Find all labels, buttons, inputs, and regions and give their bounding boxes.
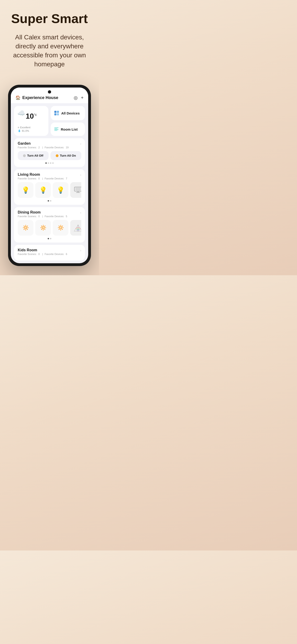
dining-room-name: Dining Room: [18, 210, 68, 214]
phone-screen: 🏠 Experience House ◎ + ☁️ 10°c: [11, 88, 88, 263]
kids-room-info: Kids Room Favorite Scenes: 0 | Favorite …: [18, 248, 68, 256]
svg-rect-0: [74, 187, 81, 191]
all-devices-card[interactable]: All Devices: [51, 106, 85, 120]
living-room-dots: [18, 200, 81, 202]
dr-dot-2: [50, 238, 51, 239]
garden-room-info: Garden Favorite Scenes: 2 | Favorite Dev…: [18, 142, 70, 149]
garden-chevron: ›: [80, 142, 81, 146]
turn-all-off-label: Turn All Off: [27, 154, 43, 157]
living-room-chevron: ›: [80, 173, 81, 177]
weather-info: ≡ Excellent 💧 81.0%: [18, 126, 45, 132]
dr-dot-1: [48, 238, 49, 239]
weather-quality: ≡ Excellent: [18, 126, 45, 129]
living-room-devices: 💡 💡 💡: [18, 182, 81, 198]
home-icon: 🏠: [16, 95, 20, 100]
kids-room-name: Kids Room: [18, 248, 68, 252]
svg-point-10: [77, 230, 79, 232]
dining-rainbow[interactable]: [70, 220, 81, 236]
kids-room-header: Kids Room Favorite Scenes: 0 | Favorite …: [18, 248, 81, 256]
hero-subtitle: All Calex smart devices, directly and ev…: [7, 33, 92, 69]
garden-room-meta: Favorite Scenes: 2 | Favorite Devices: 1…: [18, 146, 70, 149]
dot-2: [48, 162, 49, 164]
weather-card: ☁️ 10°c ≡ Excellent 💧 81.0%: [14, 106, 48, 136]
room-list-label: Room List: [61, 127, 78, 131]
lr-dot-2: [50, 200, 51, 202]
dining-room-dots: [18, 238, 81, 239]
camera-dot: [48, 90, 51, 94]
app-header: 🏠 Experience House ◎ +: [11, 92, 88, 103]
garden-dots: [18, 162, 81, 164]
turn-all-on-button[interactable]: Turn All On: [50, 151, 81, 160]
off-indicator: [23, 154, 26, 157]
dot-4: [52, 162, 54, 164]
scan-icon[interactable]: ◎: [74, 95, 78, 100]
dining-lamp-1[interactable]: 🔆: [18, 220, 34, 236]
living-room-name: Living Room: [18, 172, 68, 177]
living-room-meta: Favorite Scenes: 0 | Favorite Devices: 7: [18, 177, 68, 180]
dining-room-devices: 🔆 🔆 🔆: [18, 220, 81, 236]
turn-all-off-button[interactable]: Turn All Off: [18, 151, 48, 160]
dining-lamp-2[interactable]: 🔆: [35, 220, 51, 236]
dot-3: [50, 162, 51, 164]
lr-dot-1: [48, 200, 49, 202]
kids-room-meta: Favorite Scenes: 0 | Favorite Devices: 6: [18, 253, 68, 256]
device-lamp-3[interactable]: 💡: [53, 182, 68, 198]
main-content: ☁️ 10°c ≡ Excellent 💧 81.0%: [11, 103, 88, 263]
all-devices-icon: [54, 111, 59, 116]
garden-room-header: Garden Favorite Scenes: 2 | Favorite Dev…: [18, 142, 81, 149]
app-title: Experience House: [22, 95, 72, 100]
phone-frame: 🏠 Experience House ◎ + ☁️ 10°c: [8, 85, 91, 266]
dining-room-header: Dining Room Favorite Scenes: 0 | Favorit…: [18, 210, 81, 218]
dining-room-meta: Favorite Scenes: 0 | Favorite Devices: 5: [18, 215, 68, 218]
garden-turn-buttons: Turn All Off Turn All On: [18, 151, 81, 160]
hero-section: Super Smart All Calex smart devices, dir…: [0, 0, 99, 85]
device-lamp-1[interactable]: 💡: [18, 182, 34, 198]
kids-room-chevron: ›: [80, 248, 81, 252]
hero-title: Super Smart: [7, 12, 92, 26]
room-list-card[interactable]: Room List: [51, 122, 85, 136]
add-icon[interactable]: +: [81, 95, 84, 100]
dining-room-chevron: ›: [80, 211, 81, 214]
on-indicator: [56, 154, 58, 157]
top-grid: ☁️ 10°c ≡ Excellent 💧 81.0%: [14, 106, 85, 136]
living-room-card: Living Room Favorite Scenes: 0 | Favorit…: [14, 169, 85, 205]
living-room-info: Living Room Favorite Scenes: 0 | Favorit…: [18, 172, 68, 180]
dining-room-info: Dining Room Favorite Scenes: 0 | Favorit…: [18, 210, 68, 218]
living-room-header: Living Room Favorite Scenes: 0 | Favorit…: [18, 172, 81, 180]
dot-1: [45, 162, 47, 164]
room-list-icon: [54, 128, 58, 131]
weather-humidity: 💧 81.0%: [18, 129, 45, 132]
kids-room-card: Kids Room Favorite Scenes: 0 | Favorite …: [14, 245, 85, 260]
garden-room-card: Garden Favorite Scenes: 2 | Favorite Dev…: [14, 138, 85, 167]
svg-marker-8: [74, 225, 81, 231]
dining-room-card: Dining Room Favorite Scenes: 0 | Favorit…: [14, 207, 85, 242]
status-bar: [11, 88, 88, 92]
cloud-icon: ☁️: [17, 109, 25, 117]
device-lamp-2[interactable]: 💡: [35, 182, 51, 198]
turn-all-on-label: Turn All On: [60, 154, 76, 157]
device-panel[interactable]: [70, 182, 81, 198]
garden-room-name: Garden: [18, 142, 70, 146]
dining-lamp-3[interactable]: 🔆: [53, 220, 68, 236]
all-devices-label: All Devices: [61, 111, 80, 115]
header-icons: ◎ +: [74, 95, 84, 100]
